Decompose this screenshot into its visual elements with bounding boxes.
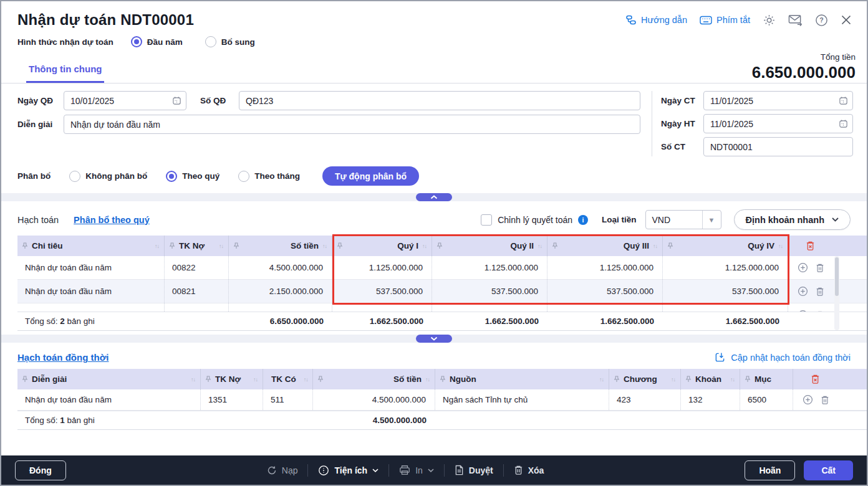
- dien-giai-label: Diễn giải: [17, 120, 64, 129]
- quarter-allocation-link[interactable]: Phân bổ theo quý: [74, 215, 150, 225]
- radio-dau-nam[interactable]: Đầu năm: [131, 36, 183, 47]
- close-button[interactable]: Đóng: [15, 460, 66, 480]
- table-row[interactable]: Nhận dự toán đầu năm 1351 511 4.500.000.…: [17, 389, 867, 411]
- collapse-band-top: [1, 193, 867, 201]
- sort-icon[interactable]: ↑↓: [191, 376, 195, 383]
- chevron-down-icon: [430, 336, 438, 341]
- pin-icon: [552, 242, 558, 249]
- adjust-settlement-checkbox[interactable]: [481, 214, 492, 226]
- table-scrollbar[interactable]: [834, 256, 839, 330]
- keyboard-icon: [700, 16, 712, 25]
- col-quy-2[interactable]: Quý II↑↓: [432, 236, 547, 256]
- col-khoan[interactable]: Khoản↑↓: [681, 369, 740, 389]
- radio-bo-sung[interactable]: Bổ sung: [205, 36, 255, 47]
- sort-icon[interactable]: ↑↓: [155, 243, 159, 249]
- postpone-button[interactable]: Hoãn: [745, 460, 795, 480]
- print-button[interactable]: In: [399, 465, 434, 475]
- help-icon[interactable]: ?: [815, 14, 828, 27]
- radio-theo-quy[interactable]: Theo quý: [166, 171, 219, 182]
- nhan-du-toan-window: Nhận dự toán NDT00001 Hướng dẫn Phím tắt…: [0, 0, 868, 486]
- settings-icon[interactable]: [763, 14, 776, 27]
- delete-row-icon[interactable]: [821, 395, 829, 405]
- dien-giai-input[interactable]: [64, 115, 640, 134]
- save-button[interactable]: Cất: [804, 460, 853, 480]
- ngay-ht-input[interactable]: [703, 114, 853, 133]
- quick-entry-button[interactable]: Định khoản nhanh: [734, 209, 851, 230]
- update-simultaneous-link[interactable]: Cập nhật hạch toán đồng thời: [715, 352, 851, 363]
- update-download-icon: [715, 352, 725, 363]
- pin-icon: [337, 242, 343, 249]
- col-so-tien[interactable]: Số tiền↑↓: [313, 369, 435, 389]
- currency-select[interactable]: VND ▼: [645, 210, 721, 229]
- sort-icon[interactable]: ↑↓: [778, 243, 783, 249]
- radio-dot: [69, 171, 80, 182]
- col-tk-co[interactable]: TK Có↑↓: [263, 369, 313, 389]
- sort-icon[interactable]: ↑↓: [422, 243, 427, 249]
- sort-icon[interactable]: ↑↓: [671, 376, 675, 383]
- col-tk-no[interactable]: TK Nợ↑↓: [165, 236, 229, 256]
- delete-button[interactable]: Xóa: [514, 465, 544, 475]
- radio-theo-thang[interactable]: Theo tháng: [238, 171, 300, 182]
- col-quy-4[interactable]: Quý IV↑↓: [663, 236, 788, 256]
- add-row-icon[interactable]: [798, 310, 808, 312]
- guide-icon: [625, 14, 637, 26]
- col-tk-no[interactable]: TK Nợ↑↓: [201, 369, 263, 389]
- sort-icon[interactable]: ↑↓: [219, 243, 223, 249]
- allocation-table-header: Chi tiêu↑↓ TK Nợ↑↓ Số tiền↑↓ Quý I↑↓ Quý…: [17, 236, 867, 256]
- total-block: Tổng tiền 6.650.000.000: [752, 52, 856, 82]
- utilities-button[interactable]: Tiện ích: [318, 465, 379, 476]
- mail-send-icon[interactable]: [788, 14, 803, 26]
- col-so-tien[interactable]: Số tiền↑↓: [229, 236, 332, 256]
- add-row-icon[interactable]: [798, 286, 808, 297]
- table-row[interactable]: Nhận dự toán đầu năm 00820: [17, 303, 867, 312]
- delete-row-icon[interactable]: [816, 310, 824, 312]
- allocation-table-footer: Tổng số: 2 bản ghi 6.650.000.000 1.662.5…: [17, 312, 867, 331]
- col-chi-tieu[interactable]: Chi tiêu↑↓: [17, 236, 165, 256]
- col-muc[interactable]: Mục: [740, 369, 793, 389]
- so-ct-input[interactable]: [703, 137, 853, 156]
- close-icon[interactable]: [841, 14, 852, 26]
- reload-button[interactable]: Nạp: [267, 465, 298, 475]
- sort-icon[interactable]: ↑↓: [730, 376, 735, 383]
- ngay-ct-input[interactable]: [703, 91, 853, 110]
- so-qd-input[interactable]: [239, 91, 640, 110]
- tab-bar: Thông tin chung Tổng tiền 6.650.000.000: [1, 55, 867, 83]
- col-chuong[interactable]: Chương↑↓: [609, 369, 681, 389]
- calendar-icon[interactable]: [172, 96, 181, 105]
- delete-all-column[interactable]: [788, 236, 833, 256]
- sort-icon[interactable]: ↑↓: [253, 376, 258, 383]
- sort-icon[interactable]: ↑↓: [599, 376, 604, 383]
- sort-icon[interactable]: ↑↓: [304, 376, 308, 383]
- sort-icon[interactable]: ↑↓: [538, 243, 542, 249]
- col-quy-3[interactable]: Quý III↑↓: [547, 236, 663, 256]
- add-row-icon[interactable]: [803, 394, 813, 405]
- col-nguon[interactable]: Nguồn↑↓: [435, 369, 609, 389]
- scrollbar-thumb[interactable]: [835, 257, 839, 296]
- ngay-qd-input[interactable]: [64, 91, 186, 110]
- delete-row-icon[interactable]: [816, 263, 824, 273]
- delete-all-column[interactable]: [793, 369, 838, 389]
- approve-button[interactable]: Duyệt: [455, 465, 493, 475]
- delete-row-icon[interactable]: [816, 287, 824, 297]
- allocation-table: Chi tiêu↑↓ TK Nợ↑↓ Số tiền↑↓ Quý I↑↓ Quý…: [17, 236, 867, 331]
- radio-khong-phan-bo[interactable]: Không phân bổ: [69, 171, 147, 182]
- sort-icon[interactable]: ↑↓: [653, 243, 657, 249]
- simultaneous-link[interactable]: Hạch toán đồng thời: [17, 352, 109, 363]
- calendar-icon[interactable]: [839, 96, 848, 105]
- info-icon[interactable]: i: [578, 215, 588, 225]
- add-row-icon[interactable]: [798, 262, 808, 273]
- collapse-down-button[interactable]: [416, 335, 452, 343]
- guide-link[interactable]: Hướng dẫn: [625, 14, 687, 26]
- calendar-icon[interactable]: [839, 119, 848, 128]
- col-quy-1[interactable]: Quý I↑↓: [332, 236, 432, 256]
- shortcuts-link[interactable]: Phím tắt: [700, 15, 750, 25]
- sort-icon[interactable]: ↑↓: [425, 376, 430, 383]
- collapse-up-button[interactable]: [416, 193, 452, 201]
- auto-allocate-button[interactable]: Tự động phân bổ: [322, 166, 419, 186]
- table-row[interactable]: Nhận dự toán đầu năm 00822 4.500.000.000…: [17, 256, 867, 280]
- col-dien-giai[interactable]: Diễn giải↑↓: [17, 369, 201, 389]
- tab-thong-tin-chung[interactable]: Thông tin chung: [26, 64, 104, 83]
- sort-icon[interactable]: ↑↓: [322, 243, 327, 249]
- table-row[interactable]: Nhận dự toán đầu năm 00821 2.150.000.000…: [17, 280, 867, 303]
- simultaneous-table-header: Diễn giải↑↓ TK Nợ↑↓ TK Có↑↓ Số tiền↑↓ Ng…: [17, 369, 867, 389]
